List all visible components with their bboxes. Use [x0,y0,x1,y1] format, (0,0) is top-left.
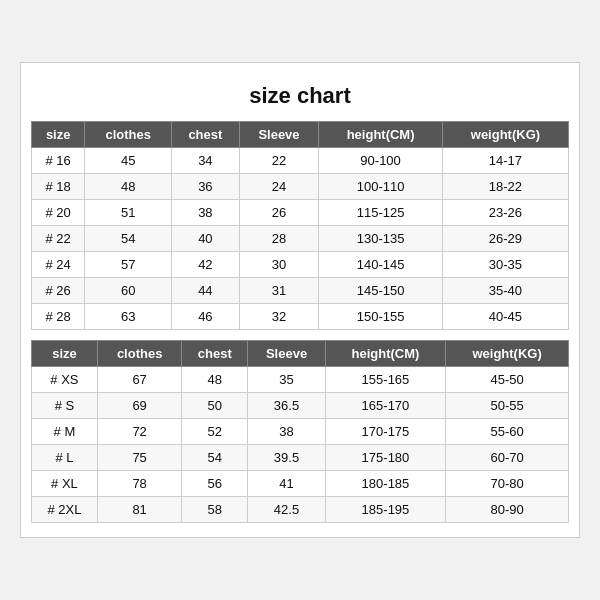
table-cell: 60 [85,278,172,304]
column-header: height(CM) [319,122,443,148]
table-cell: 51 [85,200,172,226]
table-cell: # L [32,445,98,471]
table-row: # 28634632150-15540-45 [32,304,569,330]
table-row: # 26604431145-15035-40 [32,278,569,304]
table-cell: 80-90 [446,497,569,523]
table-row: # S695036.5165-17050-55 [32,393,569,419]
table-cell: 36 [172,174,240,200]
table-cell: 55-60 [446,419,569,445]
table-cell: 130-135 [319,226,443,252]
table-cell: 30-35 [442,252,568,278]
table-row: # 2XL815842.5185-19580-90 [32,497,569,523]
table-cell: 44 [172,278,240,304]
table-cell: 42 [172,252,240,278]
table-cell: 39.5 [248,445,326,471]
table-cell: 100-110 [319,174,443,200]
table-cell: 48 [85,174,172,200]
table-cell: 57 [85,252,172,278]
table-cell: # M [32,419,98,445]
table-cell: 38 [172,200,240,226]
table-cell: 145-150 [319,278,443,304]
chart-title: size chart [31,73,569,121]
table-cell: # 16 [32,148,85,174]
column-header: chest [172,122,240,148]
table-gap [31,330,569,340]
table-cell: 69 [97,393,181,419]
table-cell: 72 [97,419,181,445]
table-cell: 18-22 [442,174,568,200]
table-cell: 42.5 [248,497,326,523]
table-cell: 81 [97,497,181,523]
table-cell: 34 [172,148,240,174]
size-table-1: sizeclotheschestSleeveheight(CM)weight(K… [31,121,569,330]
table-cell: 155-165 [325,367,445,393]
table-cell: 23-26 [442,200,568,226]
table-cell: 30 [239,252,319,278]
table-cell: 14-17 [442,148,568,174]
table-cell: 35-40 [442,278,568,304]
table-cell: 31 [239,278,319,304]
table-cell: 54 [182,445,248,471]
column-header: weight(KG) [442,122,568,148]
table-cell: # 18 [32,174,85,200]
column-header: chest [182,341,248,367]
table-cell: 63 [85,304,172,330]
table-cell: 140-145 [319,252,443,278]
table-cell: 38 [248,419,326,445]
table-row: # XS674835155-16545-50 [32,367,569,393]
table-cell: # XL [32,471,98,497]
table-cell: 24 [239,174,319,200]
table-row: # 22544028130-13526-29 [32,226,569,252]
table-cell: 45 [85,148,172,174]
table-row: # L755439.5175-18060-70 [32,445,569,471]
size-table-2: sizeclotheschestSleeveheight(CM)weight(K… [31,340,569,523]
table-cell: 185-195 [325,497,445,523]
table-cell: 54 [85,226,172,252]
table-cell: 150-155 [319,304,443,330]
column-header: clothes [97,341,181,367]
column-header: height(CM) [325,341,445,367]
table-cell: 78 [97,471,181,497]
table-cell: # 28 [32,304,85,330]
table-cell: # 22 [32,226,85,252]
table-cell: 35 [248,367,326,393]
table-row: # 20513826115-12523-26 [32,200,569,226]
table-cell: 40-45 [442,304,568,330]
table-cell: 40 [172,226,240,252]
table-cell: 165-170 [325,393,445,419]
table-cell: 115-125 [319,200,443,226]
table-cell: 67 [97,367,181,393]
table-cell: 170-175 [325,419,445,445]
table-cell: 41 [248,471,326,497]
table-row: # XL785641180-18570-80 [32,471,569,497]
column-header: Sleeve [239,122,319,148]
table-cell: 26 [239,200,319,226]
table-cell: 175-180 [325,445,445,471]
table-cell: 28 [239,226,319,252]
table-cell: 36.5 [248,393,326,419]
table-cell: # 26 [32,278,85,304]
table-cell: 50-55 [446,393,569,419]
table-cell: # XS [32,367,98,393]
table-cell: 50 [182,393,248,419]
column-header: clothes [85,122,172,148]
table-cell: 70-80 [446,471,569,497]
table-row: # 1645342290-10014-17 [32,148,569,174]
table-cell: # 2XL [32,497,98,523]
table-cell: 26-29 [442,226,568,252]
table-cell: 22 [239,148,319,174]
table-cell: 58 [182,497,248,523]
table-cell: # 20 [32,200,85,226]
table-cell: 180-185 [325,471,445,497]
table-row: # M725238170-17555-60 [32,419,569,445]
table-cell: # S [32,393,98,419]
table-cell: 46 [172,304,240,330]
column-header: weight(KG) [446,341,569,367]
column-header: size [32,122,85,148]
table-row: # 18483624100-11018-22 [32,174,569,200]
table-cell: 45-50 [446,367,569,393]
table-cell: 52 [182,419,248,445]
table-cell: 90-100 [319,148,443,174]
size-chart-card: size chart sizeclotheschestSleeveheight(… [20,62,580,538]
column-header: Sleeve [248,341,326,367]
